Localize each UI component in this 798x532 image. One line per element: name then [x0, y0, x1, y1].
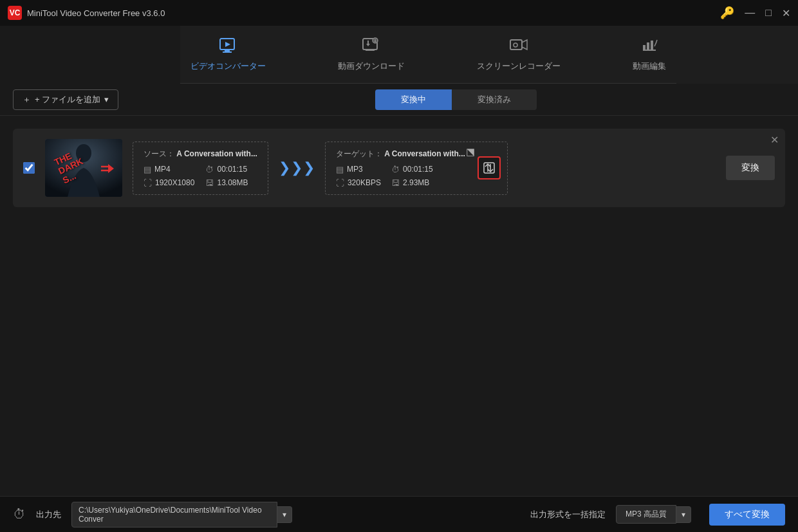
svg-point-13 — [514, 43, 517, 47]
resolution-icon: ⛶ — [144, 178, 152, 188]
clock-icon-target: ⏱ — [391, 165, 400, 174]
target-format: MP3 — [347, 165, 363, 174]
tab-converting[interactable]: 変換中 — [375, 89, 452, 110]
size-icon-target: 🖫 — [391, 178, 400, 188]
nav-label-editor: 動画編集 — [633, 60, 666, 72]
edit-target-icon-button[interactable]: ⬔ — [466, 146, 475, 158]
target-duration: 00:01:15 — [403, 165, 433, 174]
format-change-button[interactable] — [478, 156, 501, 179]
nav-bar: ビデオコンバーター 動画ダウンロード — [180, 26, 676, 84]
title-bar-controls: 🔑 — □ ✕ — [720, 6, 790, 20]
add-file-icon: ＋ — [23, 94, 31, 105]
nav-label-download: 動画ダウンロード — [338, 60, 405, 72]
output-path-input[interactable]: C:\Users\Yukiya\OneDrive\Documents\MiniT… — [71, 502, 277, 527]
svg-rect-11 — [510, 40, 522, 50]
content-area: THE DARK S... ソース： A Conversation with..… — [0, 116, 798, 496]
source-format-item: ▤ MP4 — [144, 165, 195, 174]
format-select[interactable]: MP3 高品質 — [616, 505, 676, 524]
target-label: ターゲット： A Conversation with... — [336, 149, 469, 160]
target-duration-item: ⏱ 00:01:15 — [391, 165, 436, 174]
tab-group: 変換中 変換済み — [375, 89, 537, 110]
format-select-group: MP3 高品質 ▾ — [616, 505, 691, 524]
source-resolution-item: ⛶ 1920X1080 — [144, 178, 195, 188]
close-icon[interactable]: ✕ — [782, 7, 790, 19]
nav-icon-converter — [219, 37, 237, 57]
source-format: MP4 — [154, 165, 171, 174]
source-size-item: 🖫 13.08MB — [205, 178, 257, 188]
svg-rect-16 — [647, 42, 649, 50]
svg-rect-15 — [643, 45, 645, 50]
convert-arrow: ❯ ❯ ❯ — [279, 160, 315, 176]
svg-marker-6 — [366, 44, 370, 46]
format-icon: ▤ — [144, 165, 151, 174]
add-file-label: + ファイルを追加 — [35, 94, 100, 105]
nav-icon-recorder — [510, 37, 528, 57]
history-icon[interactable]: ⏱ — [13, 507, 26, 522]
nav-spacer — [0, 26, 180, 84]
svg-rect-2 — [225, 50, 230, 51]
svg-rect-23 — [484, 163, 494, 173]
status-bar: ⏱ 出力先 C:\Users\Yukiya\OneDrive\Documents… — [0, 496, 798, 532]
nav-item-recorder[interactable]: スクリーンレコーダー — [467, 32, 571, 77]
add-file-dropdown-icon: ▾ — [104, 95, 109, 104]
target-bitrate: 320KBPS — [348, 178, 381, 187]
card-close-button[interactable]: ✕ — [770, 134, 779, 146]
arrow-3: ❯ — [303, 160, 315, 176]
nav-label-recorder: スクリーンレコーダー — [477, 60, 561, 72]
svg-rect-3 — [223, 51, 232, 53]
app-logo: VC — [8, 6, 22, 20]
source-info-block: ソース： A Conversation with... ▤ MP4 ⏱ 00:0… — [133, 142, 268, 195]
source-label: ソース： A Conversation with... — [144, 149, 257, 160]
nav-item-editor[interactable]: 動画編集 — [622, 32, 676, 77]
arrow-2: ❯ — [291, 160, 302, 176]
convert-button[interactable]: 変換 — [726, 156, 775, 180]
target-info-grid: ▤ MP3 ⏱ 00:01:15 ⛶ 320KBPS 🖫 2.93MB — [336, 165, 436, 188]
bitrate-icon: ⛶ — [336, 178, 344, 188]
source-duration-item: ⏱ 00:01:15 — [205, 165, 257, 174]
target-size: 2.93MB — [403, 178, 429, 187]
output-path-selector: C:\Users\Yukiya\OneDrive\Documents\MiniT… — [71, 502, 292, 527]
source-name: A Conversation with... — [176, 149, 257, 158]
thumbnail-inner: THE DARK S... — [45, 139, 122, 197]
tab-converted[interactable]: 変換済み — [452, 89, 537, 110]
source-info-grid: ▤ MP4 ⏱ 00:01:15 ⛶ 1920X1080 🖫 13.08MB — [144, 165, 257, 188]
app-title: MiniTool Video Converter Free v3.6.0 — [27, 8, 165, 18]
clock-icon-source: ⏱ — [205, 165, 214, 174]
maximize-icon[interactable]: □ — [765, 7, 772, 19]
svg-rect-7 — [366, 50, 375, 51]
title-bar-left: VC MiniTool Video Converter Free v3.6.0 — [8, 6, 165, 20]
nav-bar-wrapper: ビデオコンバーター 動画ダウンロード — [0, 26, 798, 84]
key-icon[interactable]: 🔑 — [720, 6, 734, 20]
svg-marker-22 — [108, 164, 114, 173]
nav-item-download[interactable]: 動画ダウンロード — [328, 32, 415, 77]
nav-label-converter: ビデオコンバーター — [190, 60, 266, 72]
format-select-dropdown[interactable]: ▾ — [676, 506, 691, 523]
target-size-item: 🖫 2.93MB — [391, 178, 436, 188]
format-bulk-label: 出力形式を一括指定 — [530, 509, 606, 520]
minimize-icon[interactable]: — — [745, 7, 755, 19]
output-path-dropdown[interactable]: ▾ — [277, 506, 292, 523]
target-name: A Conversation with... — [384, 149, 465, 158]
nav-icon-download — [362, 37, 380, 57]
file-thumbnail: THE DARK S... — [45, 139, 122, 197]
convert-all-button[interactable]: すべて変換 — [709, 504, 785, 526]
output-label: 出力先 — [36, 509, 61, 520]
thumbnail-arrow — [98, 161, 117, 178]
svg-rect-17 — [651, 41, 653, 50]
nav-icon-editor — [640, 37, 658, 57]
add-file-button[interactable]: ＋ + ファイルを追加 ▾ — [13, 89, 118, 110]
source-duration: 00:01:15 — [217, 165, 247, 174]
target-format-item: ▤ MP3 — [336, 165, 381, 174]
svg-marker-1 — [225, 42, 230, 47]
file-checkbox[interactable] — [23, 162, 35, 174]
target-bitrate-item: ⛶ 320KBPS — [336, 178, 381, 188]
svg-marker-12 — [522, 40, 527, 50]
format-icon-target: ▤ — [336, 165, 344, 174]
source-resolution: 1920X1080 — [155, 178, 194, 187]
file-card: THE DARK S... ソース： A Conversation with..… — [13, 129, 785, 207]
source-size: 13.08MB — [217, 178, 248, 187]
target-info-block: ⬔ ターゲット： A Conversation with... ▤ MP3 ⏱ … — [325, 142, 508, 195]
title-bar: VC MiniTool Video Converter Free v3.6.0 … — [0, 0, 798, 26]
nav-item-video-converter[interactable]: ビデオコンバーター — [180, 32, 276, 77]
arrow-1: ❯ — [279, 160, 290, 176]
